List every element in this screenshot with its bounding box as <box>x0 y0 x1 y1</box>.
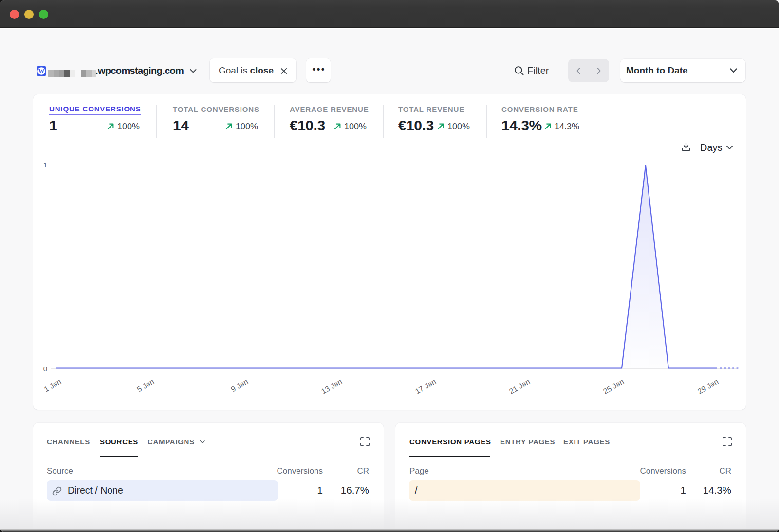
svg-text:W: W <box>38 68 45 74</box>
svg-text:29 Jan: 29 Jan <box>696 377 720 396</box>
svg-text:1 Jan: 1 Jan <box>42 377 62 394</box>
svg-text:21 Jan: 21 Jan <box>508 377 532 396</box>
svg-text:17 Jan: 17 Jan <box>414 377 438 396</box>
svg-text:9 Jan: 9 Jan <box>229 377 249 394</box>
svg-text:5 Jan: 5 Jan <box>135 377 155 394</box>
svg-text:1: 1 <box>43 161 47 169</box>
svg-text:13 Jan: 13 Jan <box>320 377 344 396</box>
svg-text:0: 0 <box>43 365 47 373</box>
svg-text:25 Jan: 25 Jan <box>602 377 626 396</box>
